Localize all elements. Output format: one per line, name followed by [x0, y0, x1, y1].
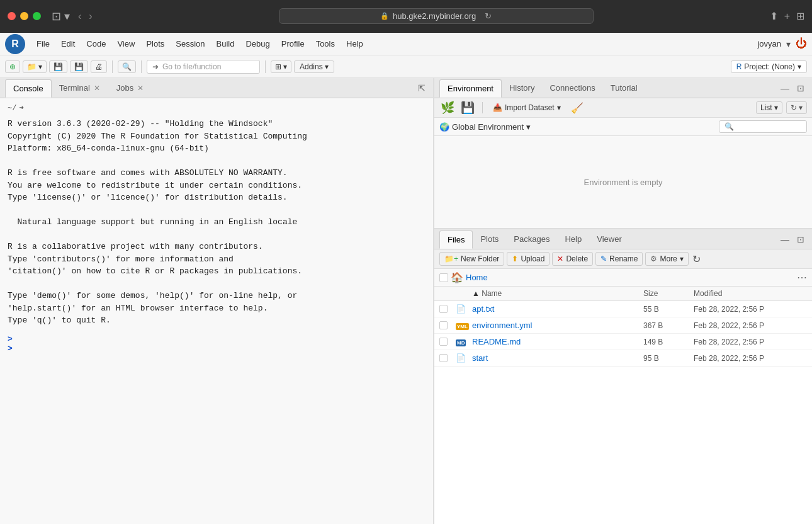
files-expand-button[interactable]: ⊡: [794, 233, 807, 246]
tab-console[interactable]: Console: [5, 79, 52, 98]
forward-button[interactable]: ›: [86, 9, 94, 23]
env-expand-button[interactable]: ⊡: [794, 82, 807, 94]
menu-debug[interactable]: Debug: [240, 37, 274, 51]
breadcrumb-more-button[interactable]: ⋯: [797, 271, 807, 283]
gear-icon: ⚙: [650, 254, 657, 263]
menu-edit[interactable]: Edit: [56, 37, 80, 51]
delete-button[interactable]: ✕ Delete: [552, 252, 593, 266]
file-link-env[interactable]: environment.yml: [472, 321, 643, 330]
menu-profile[interactable]: Profile: [276, 37, 310, 51]
menu-session[interactable]: Session: [171, 37, 210, 51]
clear-env-button[interactable]: 🧹: [568, 102, 586, 114]
file-checkbox-3[interactable]: [439, 338, 448, 346]
menubar: R File Edit Code View Plots Session Buil…: [0, 33, 812, 55]
tab-grid-button[interactable]: ⊞: [796, 10, 804, 22]
print-button[interactable]: 🖨: [91, 60, 107, 73]
goto-field[interactable]: ➜ Go to file/function: [147, 60, 260, 74]
rename-icon: ✎: [601, 254, 607, 263]
file-date-start: Feb 28, 2022, 2:56 P: [694, 354, 807, 363]
back-button[interactable]: ‹: [76, 9, 84, 23]
tab-connections[interactable]: Connections: [542, 79, 602, 96]
console-area[interactable]: ~/ ➜ R version 3.6.3 (2020-02-29) -- "Ho…: [0, 98, 433, 524]
env-save-button[interactable]: 🌿: [439, 101, 456, 115]
prompt-1: >: [8, 334, 13, 344]
new-tab-button[interactable]: +: [784, 11, 790, 22]
new-script-button[interactable]: ⊕: [5, 60, 20, 73]
left-panel-tabs: Console Terminal ✕ Jobs ✕ ⇱: [0, 78, 433, 98]
prompt-line-1[interactable]: >: [8, 334, 426, 344]
terminal-tab-close[interactable]: ✕: [93, 84, 101, 93]
tab-plots[interactable]: Plots: [473, 231, 506, 248]
project-selector[interactable]: R Project: (None) ▾: [731, 60, 807, 73]
lower-right-tab-actions: — ⊡: [778, 233, 807, 246]
tab-viewer[interactable]: Viewer: [589, 231, 629, 248]
files-refresh-button[interactable]: ↻: [692, 253, 701, 265]
import-arrow-icon: ▾: [557, 103, 561, 112]
file-link-readme[interactable]: README.md: [472, 337, 643, 346]
list-view-button[interactable]: List ▾: [756, 101, 782, 114]
env-load-button[interactable]: 💾: [460, 101, 476, 115]
minimize-traffic-light[interactable]: [20, 12, 28, 20]
home-breadcrumb[interactable]: 🏠 Home: [451, 271, 488, 283]
files-tab-label: Files: [448, 235, 465, 244]
more-button[interactable]: ⚙ More ▾: [645, 252, 688, 266]
env-refresh-button[interactable]: ↻ ▾: [786, 101, 807, 114]
tab-environment[interactable]: Environment: [439, 79, 502, 98]
power-icon[interactable]: ⏻: [796, 37, 807, 50]
menu-build[interactable]: Build: [211, 37, 240, 51]
new-folder-button[interactable]: 📁+ New Folder: [439, 252, 504, 266]
tab-history[interactable]: History: [502, 79, 542, 96]
file-checkbox-2[interactable]: [439, 321, 448, 329]
url-bar[interactable]: 🔒 hub.gke2.mybinder.org ↻: [279, 8, 594, 24]
save-button[interactable]: 💾: [49, 60, 67, 73]
menu-plots[interactable]: Plots: [141, 37, 169, 51]
header-name[interactable]: ▲ Name: [472, 289, 643, 298]
menu-tools[interactable]: Tools: [311, 37, 340, 51]
tab-jobs[interactable]: Jobs ✕: [109, 79, 152, 96]
project-label: Project: (None): [744, 62, 795, 71]
sidebar-toggle-button[interactable]: ⊡ ▾: [48, 8, 73, 25]
grid-icon: ⊞: [275, 62, 281, 71]
tab-tutorial[interactable]: Tutorial: [603, 79, 645, 96]
close-traffic-light[interactable]: [8, 12, 16, 20]
global-env-dropdown[interactable]: 🌍 Global Environment ▾: [439, 122, 531, 132]
files-minimize-button[interactable]: —: [778, 233, 792, 246]
breadcrumb-checkbox[interactable]: [439, 273, 448, 282]
file-row: YML environment.yml 367 B Feb 28, 2022, …: [434, 317, 812, 334]
rename-button[interactable]: ✎ Rename: [595, 252, 643, 266]
menu-view[interactable]: View: [112, 37, 140, 51]
upload-button[interactable]: ⬆ Upload: [507, 252, 550, 266]
maximize-traffic-light[interactable]: [33, 12, 41, 20]
file-checkbox-4[interactable]: [439, 354, 448, 362]
refresh-icon[interactable]: ↻: [485, 11, 492, 21]
tab-files[interactable]: Files: [439, 231, 473, 249]
open-file-button[interactable]: 📁 ▾: [23, 60, 47, 73]
share-button[interactable]: ⬆: [770, 10, 778, 22]
file-checkbox-1[interactable]: [439, 305, 448, 313]
find-button[interactable]: 🔍: [118, 60, 136, 73]
tab-terminal[interactable]: Terminal ✕: [52, 79, 109, 96]
menu-file[interactable]: File: [31, 37, 55, 51]
menu-help[interactable]: Help: [341, 37, 368, 51]
file-link-apt[interactable]: apt.txt: [472, 304, 643, 314]
menu-code[interactable]: Code: [81, 37, 111, 51]
import-dataset-button[interactable]: 📥 Import Dataset ▾: [489, 102, 565, 113]
env-minimize-button[interactable]: —: [778, 82, 792, 94]
workspace-btn[interactable]: ⊞ ▾: [271, 60, 291, 73]
jobs-tab-close[interactable]: ✕: [136, 84, 145, 93]
path-text: ~/: [8, 104, 16, 113]
prompt-line-2[interactable]: >: [8, 344, 426, 353]
console-expand-button[interactable]: ⇱: [415, 82, 428, 94]
addins-button[interactable]: Addins ▾: [294, 60, 334, 73]
file-icon-2: YML: [456, 321, 472, 330]
separator-1: [112, 60, 113, 73]
file-link-start[interactable]: start: [472, 353, 643, 363]
file-icon-1: 📄: [456, 304, 472, 314]
tab-packages[interactable]: Packages: [506, 231, 557, 248]
tab-help[interactable]: Help: [557, 231, 589, 248]
env-search-input[interactable]: [719, 120, 807, 133]
save-all-button[interactable]: 💾: [70, 60, 88, 73]
rename-label: Rename: [609, 254, 638, 263]
user-menu-button[interactable]: ▾: [786, 39, 791, 49]
viewer-tab-label: Viewer: [597, 234, 622, 244]
